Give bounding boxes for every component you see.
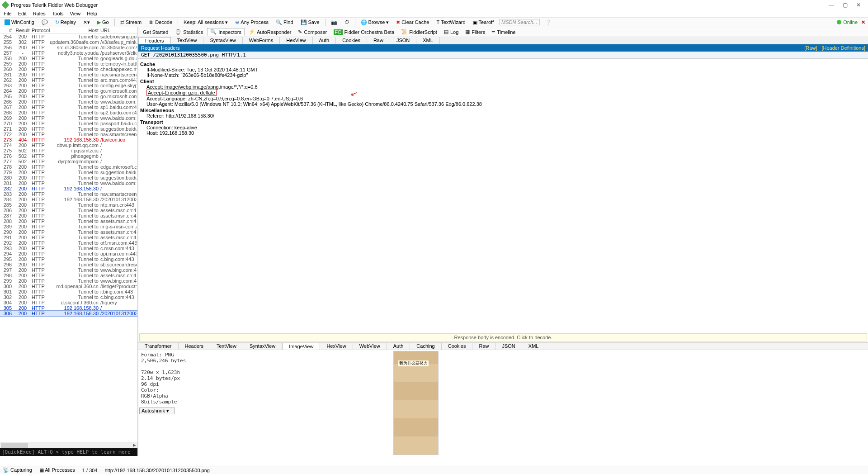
tab-statistics[interactable]: ⌚Statistics [172, 28, 206, 35]
req-tab-syntaxview[interactable]: SyntaxView [203, 37, 242, 44]
session-row[interactable]: 274200HTTPqbwup.imtt.qq.com/ [0, 142, 137, 148]
session-row[interactable]: 293200HTTPTunnel toc.msn.com:443 [0, 246, 137, 251]
close-button[interactable]: ✕ [852, 2, 865, 8]
req-tab-hexview[interactable]: HexView [280, 37, 312, 44]
session-row[interactable]: 259200HTTPTunnel totelemetry-in.battle.n… [0, 61, 137, 66]
browse-button[interactable]: 🌐Browse ▾ [359, 19, 391, 26]
session-row[interactable]: 260200HTTPTunnel tocheckappexec.microsc [0, 66, 137, 72]
decode-button[interactable]: 🗎Decode [147, 19, 174, 25]
maximize-button[interactable]: ▢ [838, 2, 852, 8]
session-row[interactable]: 300200HTTPmd.openapi.360.cn/list/get?pro… [0, 284, 137, 289]
session-row[interactable]: 276502HTTPpihoagegmb/ [0, 153, 137, 159]
session-row[interactable]: 271200HTTPTunnel tosuggestion.baidu.com [0, 126, 137, 132]
req-tab-cookies[interactable]: Cookies [336, 37, 367, 44]
keep-sessions-dropdown[interactable]: Keep: All sessions ▾ [182, 19, 230, 26]
session-row[interactable]: 273404HTTP192.168.158.30/favicon.ico [0, 137, 137, 142]
screenshot-button[interactable]: 📷 [329, 19, 339, 26]
comment-button[interactable]: 💬 [40, 19, 50, 26]
resp-tab-raw[interactable]: Raw [472, 343, 495, 350]
session-row[interactable]: 302200HTTPTunnel toc.bing.com:443 [0, 294, 137, 300]
menu-tools[interactable]: Tools [52, 11, 64, 16]
session-row[interactable]: 257-HTTPnotify3.note.youda/pushserver3/c… [0, 50, 137, 56]
horizontal-scrollbar[interactable]: ◀ ▶ [0, 442, 137, 448]
col-result[interactable]: Result [14, 28, 32, 33]
col-host[interactable]: Host [50, 28, 100, 33]
session-row[interactable]: 286200HTTPTunnel toassets.msn.cn:443 [0, 208, 137, 213]
header-line[interactable]: Connection: keep-alive [140, 125, 867, 130]
any-process-button[interactable]: ⊕Any Process [233, 19, 270, 26]
scrollbar-thumb[interactable] [1, 443, 28, 448]
header-line[interactable]: If-Modified-Since: Tue, 13 Oct 2020 14:4… [140, 67, 867, 72]
session-row[interactable]: 292200HTTPTunnel tootf.msn.com:443 [0, 240, 137, 246]
resp-tab-transformer[interactable]: Transformer [138, 343, 179, 350]
help-button[interactable]: ❔ [543, 19, 553, 26]
session-row[interactable]: 254200HTTPTunnel tosafebrowsing.googlea [0, 34, 137, 39]
capturing-indicator[interactable]: 📡 Capturing [3, 467, 32, 473]
menu-rules[interactable]: Rules [33, 11, 46, 16]
session-row[interactable]: 255302HTTPupdatem.360safe.com/v3/safeup_… [0, 39, 137, 45]
req-tab-raw[interactable]: Raw [367, 37, 390, 44]
session-row[interactable]: 264200HTTPTunnel togo.microsoft.com:443 [0, 88, 137, 94]
req-tab-xml[interactable]: XML [416, 37, 440, 44]
tab-timeline[interactable]: ━Timeline [489, 28, 518, 35]
col-protocol[interactable]: Protocol [32, 28, 50, 33]
col-number[interactable]: # [1, 28, 14, 33]
session-row[interactable]: 296200HTTPTunnel tosb.scorecardresearch [0, 262, 137, 267]
headers-tree[interactable]: Cache If-Modified-Since: Tue, 13 Oct 202… [138, 59, 868, 154]
session-row[interactable]: 299200HTTPTunnel towww.bing.com:443 [0, 278, 137, 284]
menu-edit[interactable]: Edit [18, 11, 27, 16]
session-row[interactable]: 297200HTTPTunnel towww.bing.com:443 [0, 267, 137, 273]
session-row[interactable]: 289200HTTPTunnel toimg-s-msn-com.akama [0, 224, 137, 229]
online-indicator[interactable]: Online [837, 19, 858, 25]
tab-autoresponder[interactable]: ⚡AutoResponder [246, 28, 294, 35]
replay-button[interactable]: ↻Replay [53, 19, 78, 26]
resp-tab-headers[interactable]: Headers [179, 343, 211, 350]
req-tab-auth[interactable]: Auth [313, 37, 336, 44]
resp-tab-cookies[interactable]: Cookies [442, 343, 473, 350]
session-row[interactable]: 269200HTTPTunnel towww.baidu.com:443 [0, 115, 137, 121]
header-line[interactable]: Host: 192.168.158.30 [140, 130, 867, 136]
session-row[interactable]: 268200HTTPTunnel tosp2.baidu.com:443 [0, 110, 137, 115]
scroll-right-icon[interactable]: ▶ [133, 443, 136, 447]
session-row[interactable]: 261200HTTPTunnel tonav.smartscreen.micr [0, 72, 137, 77]
session-row[interactable]: 277502HTTPdyrptcmglmobpxm/ [0, 159, 137, 164]
session-row[interactable]: 281200HTTPTunnel towww.baidu.com:443 [0, 180, 137, 186]
req-tab-json[interactable]: JSON [390, 37, 416, 44]
go-button[interactable]: ▶Go [95, 19, 111, 26]
session-row[interactable]: 291200HTTPTunnel toassets.msn.cn:443 [0, 235, 137, 240]
sessions-list[interactable]: 254200HTTPTunnel tosafebrowsing.googlea2… [0, 34, 137, 442]
header-defs-link[interactable]: [Header Definitions] [821, 45, 865, 51]
resp-tab-webview[interactable]: WebView [353, 343, 387, 350]
raw-link[interactable]: [Raw] [804, 45, 817, 51]
quickexec-input[interactable]: [QuickExec] ALT+Q > type HELP to learn m… [0, 448, 137, 456]
session-row[interactable]: 278200HTTPTunnel toedge.microsoft.com:4 [0, 164, 137, 170]
req-tab-webforms[interactable]: WebForms [243, 37, 280, 44]
session-row[interactable]: 256200HTTPsrc.dl.360safe.com/dl.360safe.… [0, 45, 137, 50]
tearoff-button[interactable]: ▣Tearoff [471, 19, 495, 26]
header-line-highlighted[interactable]: Accept-Encoding: gzip, deflate [146, 90, 217, 96]
save-button[interactable]: 💾Save [299, 19, 321, 26]
session-row[interactable]: 285200HTTPTunnel tontp.msn.cn:443 [0, 202, 137, 208]
winconfig-button[interactable]: WinConfig [3, 19, 36, 25]
tab-composer[interactable]: ✎Composer [295, 28, 330, 35]
session-row[interactable]: 294200HTTPTunnel toapi.msn.com:443 [0, 251, 137, 256]
textwizard-button[interactable]: TTextWizard [434, 19, 467, 25]
clear-cache-button[interactable]: ✖Clear Cache [394, 19, 431, 26]
session-row[interactable]: 288200HTTPTunnel toassets.msn.cn:443 [0, 218, 137, 224]
autoshrink-dropdown[interactable]: Autoshrink ▾ [139, 408, 175, 414]
header-line[interactable]: Referer: http://192.168.158.30/ [140, 113, 867, 118]
session-row[interactable]: 282200HTTP192.168.158.30/ [0, 186, 137, 191]
session-row[interactable]: 275502HTTPrfpqssmtzcaj/ [0, 148, 137, 153]
tab-log[interactable]: ▤Log [441, 28, 461, 35]
req-tab-headers[interactable]: Headers [138, 37, 171, 44]
header-line[interactable]: If-None-Match: "263e06-5b18e80fe4234-gzi… [140, 72, 867, 78]
session-row[interactable]: 290200HTTPTunnel toassets.msn.cn:443 [0, 229, 137, 235]
session-row[interactable]: 283200HTTPTunnel tonav.smartscreen.micr [0, 191, 137, 197]
timer-button[interactable]: ⏱ [343, 19, 351, 25]
menu-view[interactable]: View [70, 11, 81, 16]
session-row[interactable]: 280200HTTPTunnel tosuggestion.baidu.com [0, 175, 137, 180]
session-row[interactable]: 287200HTTPTunnel toassets.msn.cn:443 [0, 213, 137, 218]
resp-tab-syntaxview[interactable]: SyntaxView [243, 343, 282, 350]
session-row[interactable]: 305200HTTP192.168.158.30/ [0, 305, 137, 311]
col-url[interactable]: URL [100, 28, 137, 33]
